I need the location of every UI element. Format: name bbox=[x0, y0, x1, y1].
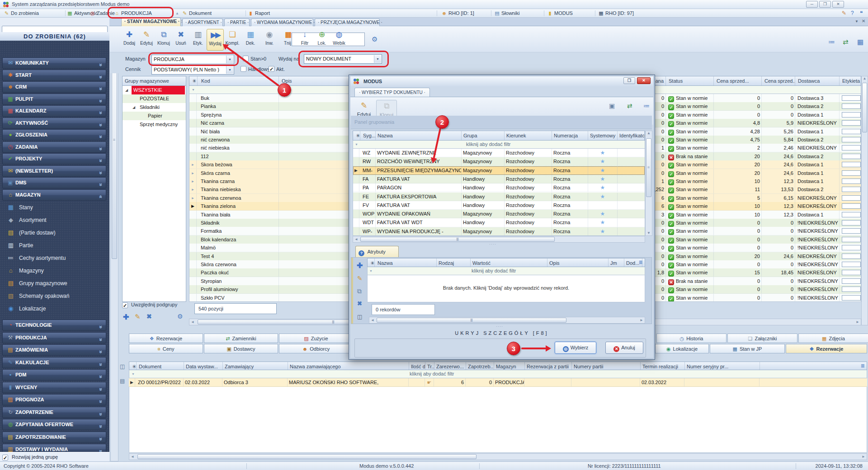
expand-one-group-checkbox[interactable]: ✓ bbox=[2, 455, 8, 461]
bottom-tab-załączniki[interactable]: ❏Załączniki bbox=[727, 334, 797, 343]
sidebar-group-komunikaty[interactable]: ✉KOMUNIKATY» bbox=[2, 57, 106, 69]
tree-expander-icon[interactable]: ◢ bbox=[132, 103, 135, 112]
etykieta-box[interactable] bbox=[842, 220, 861, 226]
select-button[interactable]: ◎Wybierz bbox=[555, 342, 596, 354]
sidebar-splitter-scrollbar[interactable]: ▲ ≡ bbox=[110, 26, 118, 461]
refresh-icon[interactable]: ⇄ bbox=[843, 38, 849, 46]
handlowy-checkbox[interactable] bbox=[241, 66, 246, 72]
sidebar-group-dms[interactable]: ▣DMS» bbox=[2, 177, 106, 188]
modal-column-header[interactable]: Identyfikator bbox=[618, 131, 645, 140]
attr-layout-icon[interactable]: ◫ bbox=[357, 314, 362, 320]
etykieta-box[interactable] bbox=[842, 129, 861, 134]
modal-list-options-icon[interactable]: ≔ bbox=[643, 102, 650, 109]
sidebar-group-kalendarz[interactable]: ▦KALENDARZ» bbox=[2, 105, 106, 117]
attributes-hscrollbar[interactable]: ◄ ► Ⅲ bbox=[369, 317, 645, 324]
attr-column-header[interactable]: Nazwa bbox=[376, 258, 437, 267]
tree-edit-icon[interactable]: ✎ bbox=[135, 313, 141, 321]
attr-edit-icon[interactable]: ✎ bbox=[357, 275, 363, 282]
sidebar-item-magazyny[interactable]: ⌂Magazyny bbox=[0, 264, 109, 277]
etykieta-box[interactable] bbox=[842, 287, 861, 292]
sidebar-item--partie-dostaw-[interactable]: ▤(Partie dostaw) bbox=[0, 226, 109, 239]
etykieta-box[interactable] bbox=[842, 103, 861, 109]
bottom-column-header[interactable]: Numer seryjny pr... bbox=[685, 362, 760, 370]
sidebar-item-grupy-magazynowe[interactable]: ▤Grupy magazynowe bbox=[0, 277, 109, 290]
attr-column-header[interactable]: Opis bbox=[547, 258, 609, 267]
etykieta-box[interactable] bbox=[842, 120, 861, 126]
toolbar-gear-icon[interactable]: ⚙ bbox=[372, 35, 377, 43]
doc-type-row-wp[interactable]: WP-WYDANIE NA PRODUKCJĘ -MagazynowyRozch… bbox=[353, 227, 645, 236]
tab-3[interactable]: · WYDANIA MAGAZYNOWE · bbox=[251, 19, 313, 26]
sidebar-group-zaopatrzenie[interactable]: ↻ZAOPATRZENIE» bbox=[2, 407, 106, 418]
bottom-column-header[interactable]: Dokument bbox=[137, 362, 184, 370]
doc-type-row-wdt[interactable]: WDTFAKTURA VAT WDTHandlowyRozchodowyRocz… bbox=[353, 218, 645, 227]
etykieta-box[interactable] bbox=[842, 245, 861, 250]
sidebar-group-start[interactable]: ✱START» bbox=[2, 70, 106, 81]
minimize-button[interactable]: ─ bbox=[806, 1, 818, 8]
quick-note-icon[interactable]: ✎ bbox=[842, 10, 846, 16]
doc-type-row-wz[interactable]: WZWYDANIE ZEWNĘTRZNEMagazynowyRozchodowy… bbox=[353, 149, 645, 157]
attributes-filter-row[interactable]: ▼ kliknij aby dodać filtr bbox=[367, 267, 645, 275]
etykieta-box[interactable] bbox=[842, 95, 861, 101]
sidebar-group-pdm[interactable]: ▪PDM» bbox=[2, 369, 106, 381]
modal-column-header[interactable]: Nazwa bbox=[376, 131, 462, 140]
etykieta-box[interactable] bbox=[842, 228, 861, 234]
tree-node-wszystkie[interactable]: ◢WSZYSTKIE bbox=[123, 86, 186, 94]
bottom-column-header[interactable]: Data wystaw... bbox=[184, 362, 223, 370]
menu-item-modus[interactable]: ▮MODUS bbox=[547, 10, 573, 17]
bottom-column-header[interactable]: Nazwa zamawiającego bbox=[288, 362, 409, 370]
attr-column-header[interactable]: Rodzaj bbox=[437, 258, 471, 267]
sidebar-group-wyceny[interactable]: ▮WYCENY» bbox=[2, 382, 106, 393]
etykieta-box[interactable] bbox=[842, 187, 861, 192]
bottom-tab-lokalizacje[interactable]: ◉Lokalizacje bbox=[655, 344, 709, 353]
close-button[interactable]: ✕ bbox=[832, 1, 844, 8]
sidebar-group-pulpit[interactable]: ▦PULPIT» bbox=[2, 94, 106, 105]
webik-button[interactable]: ◍Webik bbox=[330, 29, 348, 51]
tree-node-sprzęt-medyczny[interactable]: Sprzęt medyczny bbox=[123, 120, 186, 129]
cennik-dropdown-arrow[interactable]: ▼ bbox=[226, 66, 233, 74]
bottom-tab-historia[interactable]: ◷Historia bbox=[656, 334, 726, 343]
column-header[interactable]: Cena sprzed... bbox=[763, 76, 795, 85]
attr-delete-icon[interactable]: ✖ bbox=[357, 300, 362, 307]
bottom-tab-rezerwacje[interactable]: ❖Rezerwacje bbox=[129, 334, 203, 343]
sidebar-group-crm[interactable]: ☻CRM» bbox=[2, 81, 106, 93]
modal-grid-hscrollbar[interactable]: ◄ Ⅲ bbox=[353, 236, 645, 243]
cancel-button[interactable]: ✕Anuluj bbox=[605, 342, 643, 354]
bottom-tab-rezerwacje[interactable]: ❖Rezerwacje bbox=[786, 344, 867, 353]
sidebar-group-aktywność[interactable]: ⟳AKTYWNOŚĆ» bbox=[2, 118, 106, 129]
modal-select-view-icon[interactable]: ▣ bbox=[609, 102, 615, 109]
subgroups-checkbox[interactable]: ✓ bbox=[122, 302, 128, 308]
tree-add-icon[interactable]: ✚ bbox=[123, 313, 129, 321]
attr-column-header[interactable]: Jm bbox=[609, 258, 624, 267]
tab-0[interactable]: · STANY MAGAZYNOWE · ✕ bbox=[121, 18, 181, 26]
tabstrip-dropdown-icon[interactable]: ▼ bbox=[855, 19, 859, 24]
bottom-tab-ceny[interactable]: ¤Ceny bbox=[129, 344, 203, 353]
tab-1[interactable]: · ASORTYMENT · bbox=[182, 19, 223, 26]
bottom-tab-stan-w-jp[interactable]: ▦Stan w JP bbox=[710, 344, 785, 353]
bottom-column-header[interactable]: Zapotrzeb... bbox=[466, 362, 494, 370]
etykieta-box[interactable] bbox=[842, 170, 861, 176]
modal-grouping-panel[interactable]: Panel grupowania bbox=[351, 116, 652, 129]
tree-delete-icon[interactable]: ✖ bbox=[146, 313, 152, 320]
dek-button[interactable]: ▦Dek. bbox=[242, 29, 259, 51]
dodaj-button[interactable]: ✚Dodaj bbox=[121, 29, 138, 51]
modal-splitter-grip[interactable]: ···· bbox=[489, 242, 496, 246]
klonuj-button[interactable]: ⧉Klonuj bbox=[155, 29, 172, 51]
bottom-hscrollbar[interactable]: ◄ ► bbox=[129, 453, 867, 460]
etyk-button[interactable]: ▥Etyk. bbox=[189, 29, 207, 51]
attributes-tab[interactable]: ? Atrybuty bbox=[355, 246, 399, 257]
bottom-column-header[interactable]: Zamawiający bbox=[223, 362, 288, 370]
tree-node-składniki[interactable]: ◢Składniki bbox=[123, 103, 186, 112]
sidebar-item-lokalizacje[interactable]: ◉Lokalizacje bbox=[0, 302, 109, 315]
sidebar-group-zamówienia[interactable]: ▤ZAMÓWIENIA» bbox=[2, 344, 106, 356]
sidebar-group-zgłoszenia[interactable]: ●ZGŁOSZENIA» bbox=[2, 129, 106, 141]
sidebar-item-asortyment[interactable]: ◆Asortyment bbox=[0, 214, 109, 226]
usu-button[interactable]: ✖Usuń bbox=[172, 29, 189, 51]
etykieta-box[interactable] bbox=[842, 145, 861, 150]
bottom-column-header[interactable]: Tr... bbox=[425, 362, 434, 370]
tabstrip-close-icon[interactable]: ✕ bbox=[862, 19, 865, 24]
etykieta-box[interactable] bbox=[842, 254, 861, 259]
menu-item-raport[interactable]: ▮Raport bbox=[248, 10, 270, 17]
chat-icon[interactable]: ❝ bbox=[860, 10, 863, 16]
column-header[interactable]: Cena sprzed... bbox=[715, 76, 762, 85]
tree-node-pozostałe[interactable]: POZOSTAŁE bbox=[123, 94, 186, 103]
